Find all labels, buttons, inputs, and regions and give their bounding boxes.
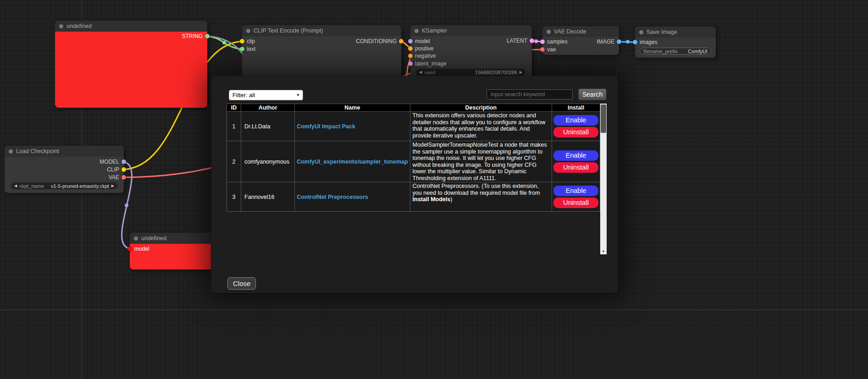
input-slot-positive[interactable]: positive [408,45,434,52]
widget-value: 156680208700286 [475,70,517,75]
collapse-dot-icon[interactable] [134,236,138,241]
node-vae-decode[interactable]: VAE Decode samples vae IMAGE [542,26,619,55]
input-slot-text[interactable]: text [240,45,255,53]
slot-dot-icon[interactable] [617,39,621,44]
enable-button[interactable]: Enable [553,115,598,126]
slot-label: model [134,246,149,252]
slot-label: VAE [109,174,119,181]
ext-install-cell: Enable Uninstall [552,141,600,182]
slot-dot-icon[interactable] [240,39,244,44]
widget-value: v1-5-pruned-emaonly.ckpt [51,183,109,189]
widget-value: ComfyUI [688,49,708,54]
scrollbar-down-arrow-icon[interactable]: ▼ [600,248,607,254]
extension-manager-dialog: Filter: all ▼ Search ID Author Name Desc… [211,76,618,293]
ckpt-name-widget[interactable]: ◀ ckpt_name v1-5-pruned-emaonly.ckpt ▶ [11,182,117,189]
output-slot-model[interactable]: MODEL [100,158,126,165]
slot-dot-icon[interactable] [540,47,545,52]
header-id: ID [227,104,241,112]
node-undefined-string[interactable]: undefined STRING [55,21,207,108]
slot-label: MODEL [100,159,119,165]
node-title-bar: Save Image [635,27,716,38]
collapse-dot-icon[interactable] [415,29,419,33]
input-slot-model[interactable]: model [408,38,430,45]
ext-author: comfyanonymous [241,141,295,182]
collapse-dot-icon[interactable] [59,24,63,28]
ext-description: This extension offers various detector n… [410,112,552,141]
slot-dot-icon[interactable] [633,40,637,44]
filename-prefix-widget[interactable]: filename_prefix ComfyUI [640,48,711,55]
node-title-bar: undefined [55,21,207,32]
header-author: Author [241,104,295,112]
output-slot-vae[interactable]: VAE [109,174,126,181]
scrollbar-thumb[interactable] [601,104,606,133]
slot-label: CONDITIONING [356,38,397,44]
output-slot-image[interactable]: IMAGE [597,38,621,45]
widget-label: ckpt_name [19,183,44,189]
input-slot-latent-image[interactable]: latent_image [408,60,447,67]
widget-label: filename_prefix [643,49,678,54]
slot-dot-icon[interactable] [408,46,413,51]
slot-dot-icon[interactable] [122,167,126,172]
close-button[interactable]: Close [227,277,256,290]
list-scrollbar[interactable]: ▼ [600,104,607,254]
graph-canvas[interactable]: undefined STRING CLIP Text Encode (Promp… [0,0,868,379]
filter-select[interactable]: Filter: all [229,90,303,100]
node-save-image[interactable]: Save Image images filename_prefix ComfyU… [635,27,716,58]
input-slot-model[interactable]: model [127,245,149,253]
slot-label: clip [247,38,255,44]
slot-dot-icon[interactable] [408,39,413,44]
node-title: undefined [66,23,92,29]
link-midpoint-dot [534,39,538,43]
uninstall-button[interactable]: Uninstall [553,198,598,208]
search-input[interactable] [487,89,573,99]
increment-arrow-icon[interactable]: ▶ [111,184,114,188]
collapse-dot-icon[interactable] [639,30,643,34]
ext-description: ControlNet Preprocessors. (To use this e… [410,182,552,212]
enable-button[interactable]: Enable [553,150,598,161]
enable-button[interactable]: Enable [553,186,598,196]
search-button[interactable]: Search [578,88,607,100]
slot-dot-icon[interactable] [122,159,126,164]
input-slot-negative[interactable]: negative [408,52,436,60]
slot-dot-icon[interactable] [408,54,413,58]
node-load-checkpoint[interactable]: Load Checkpoint MODEL CLIP VAE ◀ ckpt_na… [5,146,124,193]
ext-name-link[interactable]: ComfyUI_experiments/sampler_tonemap [297,159,408,165]
slot-label: latent_image [415,60,447,67]
input-slot-clip[interactable]: clip [240,38,255,45]
slot-dot-icon[interactable] [530,38,534,43]
input-slot-samples[interactable]: samples [540,38,568,45]
increment-arrow-icon[interactable]: ▶ [520,71,522,74]
node-ksampler[interactable]: KSampler model positive negative latent_… [410,25,532,78]
collapse-dot-icon[interactable] [246,29,250,33]
ext-name-link[interactable]: ControlNet Preprocessors [297,194,368,200]
output-slot-string[interactable]: STRING [182,33,210,40]
decrement-arrow-icon[interactable]: ◀ [419,71,422,74]
ext-name-link[interactable]: ComfyUI Impact Pack [297,123,355,130]
slot-dot-icon[interactable] [408,61,413,66]
output-slot-clip[interactable]: CLIP [107,166,126,173]
node-title-bar: KSampler [410,25,532,36]
slot-dot-icon[interactable] [122,175,126,180]
output-slot-conditioning[interactable]: CONDITIONING [356,38,404,45]
link-midpoint-dot [125,203,128,207]
slot-dot-icon[interactable] [540,39,545,44]
output-slot-latent[interactable]: LATENT [507,37,534,44]
slot-dot-icon[interactable] [399,39,404,44]
collapse-dot-icon[interactable] [547,30,551,34]
decrement-arrow-icon[interactable]: ◀ [14,184,17,188]
filter-select-wrap: Filter: all ▼ [229,90,303,100]
collapse-dot-icon[interactable] [9,149,13,154]
uninstall-button[interactable]: Uninstall [553,127,598,137]
seed-widget[interactable]: ◀ seed 156680208700286 ▶ [416,69,525,76]
slot-dot-icon[interactable] [127,247,132,251]
input-slot-vae[interactable]: vae [540,46,556,53]
slot-label: samples [547,38,568,45]
node-clip-text-encode[interactable]: CLIP Text Encode (Prompt) clip text COND… [242,25,401,80]
widget-label: seed [424,70,435,75]
ext-description: ModelSamplerTonemapNoiseTest a node that… [410,141,552,182]
slot-dot-icon[interactable] [240,47,244,51]
input-slot-images[interactable]: images [633,38,658,46]
uninstall-button[interactable]: Uninstall [553,162,598,173]
slot-dot-icon[interactable] [205,34,210,38]
node-title: Save Image [647,29,677,35]
